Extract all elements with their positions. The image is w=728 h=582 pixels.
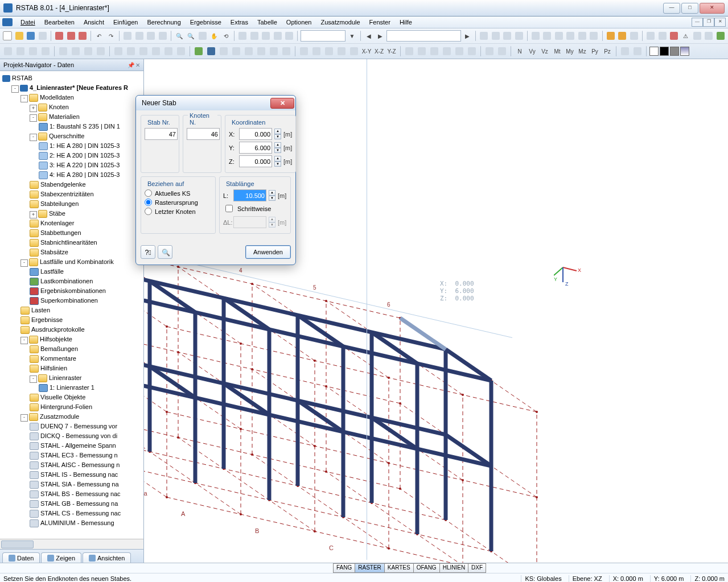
- tree-qs-3[interactable]: 3: HE A 220 | DIN 1025-3: [50, 162, 120, 168]
- tb-icon[interactable]: [95, 46, 106, 57]
- menu-berechnung[interactable]: Berechnung: [142, 18, 185, 27]
- status-toggle-dxf[interactable]: DXF: [468, 563, 486, 573]
- tree-querschnitte[interactable]: Querschnitte: [49, 133, 84, 139]
- tb-icon[interactable]: [496, 46, 508, 57]
- tb-icon[interactable]: Mt: [552, 46, 563, 57]
- maximize-button[interactable]: □: [681, 3, 698, 14]
- tb-icon[interactable]: [122, 30, 133, 42]
- tb-icon[interactable]: [589, 30, 599, 42]
- tb-icon[interactable]: [513, 30, 524, 42]
- tree-module[interactable]: STAHL IS - Bemessung nac: [40, 471, 118, 478]
- expand-icon[interactable]: -: [30, 114, 37, 122]
- tb-icon[interactable]: [479, 30, 489, 42]
- status-toggle-raster[interactable]: RASTER: [355, 563, 385, 573]
- tb-warning-icon[interactable]: ⚠: [680, 30, 690, 42]
- tree-module[interactable]: DUENQ 7 - Bemessung vor: [40, 423, 117, 430]
- tb-open-icon[interactable]: [14, 30, 24, 42]
- close-button[interactable]: ✕: [700, 3, 725, 14]
- tb-calculator-icon[interactable]: [704, 30, 714, 42]
- tree-staebe[interactable]: Stäbe: [49, 210, 65, 217]
- mdi-close-button[interactable]: ✕: [714, 18, 726, 27]
- tb-icon[interactable]: [429, 46, 440, 57]
- x-input[interactable]: [239, 128, 272, 140]
- tb-member-icon[interactable]: [205, 46, 217, 57]
- tree-module[interactable]: STAHL CS - Bemessung nac: [40, 510, 121, 517]
- tb-icon[interactable]: X-Z: [373, 46, 385, 57]
- tb-icon[interactable]: My: [564, 46, 575, 57]
- tb-icon[interactable]: [65, 30, 76, 42]
- dialog-apply-button[interactable]: Anwenden: [245, 245, 291, 259]
- radio-letzter-knoten[interactable]: Letzter Knoten: [145, 208, 212, 215]
- tree-stabteilungen[interactable]: Stabteilungen: [40, 200, 79, 207]
- tree-stabsaetze[interactable]: Stabsätze: [40, 249, 68, 255]
- tb-icon[interactable]: [441, 46, 453, 57]
- tree-module[interactable]: STAHL GB - Bemessung na: [40, 500, 118, 507]
- tb-icon[interactable]: [77, 30, 88, 42]
- tree-module[interactable]: DICKQ - Bemessung von di: [40, 432, 117, 439]
- tb-icon[interactable]: Py: [589, 46, 601, 57]
- tb-icon[interactable]: [490, 30, 500, 42]
- dialog-titlebar[interactable]: Neuer Stab ✕: [136, 96, 295, 110]
- tb-icon[interactable]: [645, 30, 656, 42]
- tree-stabexzentrizitaten[interactable]: Stabexzentrizitäten: [40, 191, 94, 197]
- menu-ansicht[interactable]: Ansicht: [79, 18, 109, 27]
- tb-icon[interactable]: [605, 30, 615, 42]
- tb-icon[interactable]: [157, 30, 167, 42]
- menu-zusatzmodule[interactable]: Zusatzmodule: [316, 18, 365, 27]
- dialog-close-button[interactable]: ✕: [270, 98, 294, 109]
- status-toggle-kartes[interactable]: KARTES: [384, 563, 414, 573]
- tb-icon[interactable]: [163, 46, 174, 57]
- tb-icon[interactable]: [632, 46, 643, 57]
- y-input[interactable]: [239, 142, 272, 154]
- tb-icon[interactable]: Vy: [527, 46, 538, 57]
- z-input[interactable]: [239, 155, 272, 167]
- tb-icon[interactable]: [530, 30, 541, 42]
- expand-icon[interactable]: -: [30, 134, 37, 141]
- menu-optionen[interactable]: Optionen: [282, 18, 316, 27]
- tb-help-icon[interactable]: [715, 30, 726, 42]
- navigator-close-icon[interactable]: ✕: [135, 62, 140, 68]
- tree-kommentare[interactable]: Kommentare: [40, 355, 76, 362]
- tree-materialien[interactable]: Materialien: [49, 113, 80, 120]
- y-spinner[interactable]: ▲▼: [274, 142, 281, 153]
- tb-icon[interactable]: [416, 46, 427, 57]
- tb-dropdown[interactable]: [301, 30, 346, 42]
- tree-zusatzmodule[interactable]: Zusatzmodule: [40, 413, 79, 420]
- tb-bgcolor[interactable]: [649, 47, 659, 56]
- tb-icon[interactable]: [628, 30, 639, 42]
- radio-aktuelles-ks[interactable]: Aktuelles KS: [145, 189, 212, 197]
- tb-icon[interactable]: [27, 46, 39, 57]
- x-spinner[interactable]: ▲▼: [274, 129, 281, 139]
- tb-pan-icon[interactable]: ✋: [209, 30, 219, 42]
- tb-icon[interactable]: Pz: [602, 46, 613, 57]
- tb-icon[interactable]: Vz: [539, 46, 550, 57]
- tb-next-icon[interactable]: ▶: [375, 30, 385, 42]
- tb-zoom-window-icon[interactable]: [198, 30, 208, 42]
- mdi-minimize-button[interactable]: —: [692, 18, 703, 27]
- knoten-n-input[interactable]: [187, 128, 220, 140]
- stab-nr-input[interactable]: [145, 128, 178, 140]
- tb-icon[interactable]: [657, 30, 667, 42]
- tree-stabbettungen[interactable]: Stabbettungen: [40, 229, 81, 236]
- tb-icon[interactable]: N: [514, 46, 525, 57]
- tb-icon[interactable]: [150, 46, 162, 57]
- menu-einfuegen[interactable]: Einfügen: [109, 18, 142, 27]
- tb-prev-icon[interactable]: ◀: [364, 30, 374, 42]
- dialog-help-button[interactable]: ?⃝: [141, 245, 155, 259]
- tree-hilfsobjekte[interactable]: Hilfsobjekte: [40, 336, 72, 342]
- tb-icon[interactable]: [237, 30, 248, 42]
- tb-redo-icon[interactable]: ↷: [106, 30, 116, 42]
- tb-icon[interactable]: [484, 46, 495, 57]
- tree-hintergrund-folien[interactable]: Hintergrund-Folien: [40, 403, 92, 410]
- tree-stabendgelenke[interactable]: Stabendgelenke: [40, 181, 86, 188]
- tb-icon[interactable]: [268, 46, 279, 57]
- tree-knotenlager[interactable]: Knotenlager: [40, 220, 74, 226]
- tb-zoom-out-icon[interactable]: 🔍: [186, 30, 196, 42]
- tb-icon[interactable]: [669, 30, 679, 42]
- tb-icon[interactable]: [175, 46, 187, 57]
- tb-icon[interactable]: [466, 46, 478, 57]
- tb-node-icon[interactable]: [193, 46, 204, 57]
- mdi-restore-button[interactable]: ❐: [703, 18, 714, 27]
- tb-icon[interactable]: [565, 30, 575, 42]
- tb-icon[interactable]: [619, 46, 631, 57]
